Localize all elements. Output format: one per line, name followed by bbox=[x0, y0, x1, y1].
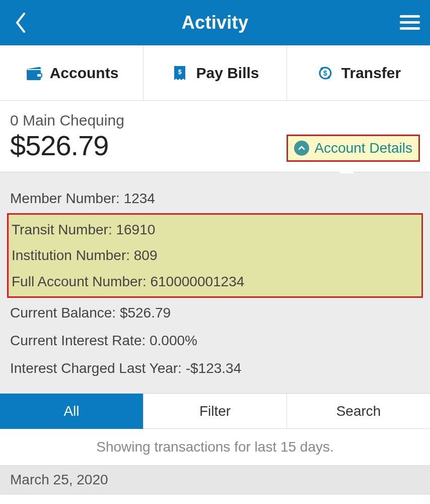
transfer-icon: $ bbox=[316, 64, 334, 82]
svg-rect-2 bbox=[400, 27, 420, 30]
interest-charged-value: -$123.34 bbox=[186, 360, 242, 376]
account-name: 0 Main Chequing bbox=[10, 112, 124, 129]
svg-rect-0 bbox=[400, 15, 420, 18]
institution-number-label: Institution Number: bbox=[12, 247, 130, 263]
account-details-panel: Member Number: 1234 Transit Number: 1691… bbox=[0, 172, 430, 394]
interest-charged-label: Interest Charged Last Year: bbox=[10, 360, 182, 376]
tab-transfer-label: Transfer bbox=[341, 65, 401, 82]
interest-charged-row: Interest Charged Last Year: -$123.34 bbox=[10, 354, 420, 382]
member-number-value: 1234 bbox=[124, 191, 155, 206]
tab-filter-label: Filter bbox=[199, 403, 231, 419]
transit-number-value: 16910 bbox=[116, 222, 155, 237]
tab-pay-bills-label: Pay Bills bbox=[196, 65, 259, 82]
top-tabs: Accounts $ Pay Bills $ Transfer bbox=[0, 45, 430, 101]
member-number-row: Member Number: 1234 bbox=[10, 184, 420, 212]
chevron-left-icon bbox=[13, 12, 27, 34]
full-account-number-row: Full Account Number: 610000001234 bbox=[12, 269, 418, 294]
account-summary: 0 Main Chequing $526.79 Account Details bbox=[0, 101, 430, 172]
transit-number-row: Transit Number: 16910 bbox=[12, 217, 418, 242]
account-summary-left: 0 Main Chequing $526.79 bbox=[10, 112, 124, 162]
svg-text:$: $ bbox=[178, 68, 182, 76]
transactions-status-text: Showing transactions for last 15 days. bbox=[0, 429, 430, 465]
tab-accounts-label: Accounts bbox=[50, 65, 119, 82]
hamburger-icon bbox=[400, 15, 420, 30]
wallet-icon bbox=[25, 64, 43, 82]
interest-rate-value: 0.000% bbox=[150, 333, 197, 348]
tab-accounts[interactable]: Accounts bbox=[0, 45, 144, 100]
svg-rect-3 bbox=[37, 74, 42, 77]
full-account-number-value: 610000001234 bbox=[150, 274, 244, 289]
account-details-toggle[interactable]: Account Details bbox=[286, 135, 420, 162]
transaction-date-header: March 25, 2020 bbox=[0, 465, 430, 494]
chevron-up-circle-icon bbox=[294, 141, 309, 156]
highlighted-account-numbers: Transit Number: 16910 Institution Number… bbox=[7, 213, 423, 298]
page-title: Activity bbox=[182, 12, 248, 33]
app-header: Activity bbox=[0, 0, 430, 45]
member-number-label: Member Number: bbox=[10, 191, 120, 206]
account-details-toggle-label: Account Details bbox=[314, 140, 412, 156]
interest-rate-row: Current Interest Rate: 0.000% bbox=[10, 327, 420, 354]
back-button[interactable] bbox=[9, 12, 31, 34]
transaction-row[interactable]: $5.00 Interac eTransfer Incoming $526.79 bbox=[0, 494, 430, 504]
current-balance-row: Current Balance: $526.79 bbox=[10, 299, 420, 327]
interest-rate-label: Current Interest Rate: bbox=[10, 333, 146, 348]
svg-text:$: $ bbox=[323, 69, 327, 77]
tab-pay-bills[interactable]: $ Pay Bills bbox=[144, 45, 287, 100]
tab-search[interactable]: Search bbox=[287, 394, 430, 429]
current-balance-value: $526.79 bbox=[120, 305, 171, 321]
tab-search-label: Search bbox=[336, 403, 381, 419]
transit-number-label: Transit Number: bbox=[12, 222, 112, 237]
tab-all-label: All bbox=[63, 403, 79, 419]
menu-button[interactable] bbox=[399, 12, 421, 34]
institution-number-value: 809 bbox=[134, 247, 158, 263]
tab-all[interactable]: All bbox=[0, 394, 144, 429]
bill-icon: $ bbox=[171, 64, 189, 82]
svg-rect-1 bbox=[400, 21, 420, 24]
full-account-number-label: Full Account Number: bbox=[12, 274, 147, 289]
tab-transfer[interactable]: $ Transfer bbox=[287, 45, 430, 100]
tab-filter[interactable]: Filter bbox=[144, 394, 287, 429]
institution-number-row: Institution Number: 809 bbox=[12, 242, 418, 268]
account-balance: $526.79 bbox=[10, 129, 124, 162]
current-balance-label: Current Balance: bbox=[10, 305, 116, 321]
transaction-tabs: All Filter Search bbox=[0, 394, 430, 429]
